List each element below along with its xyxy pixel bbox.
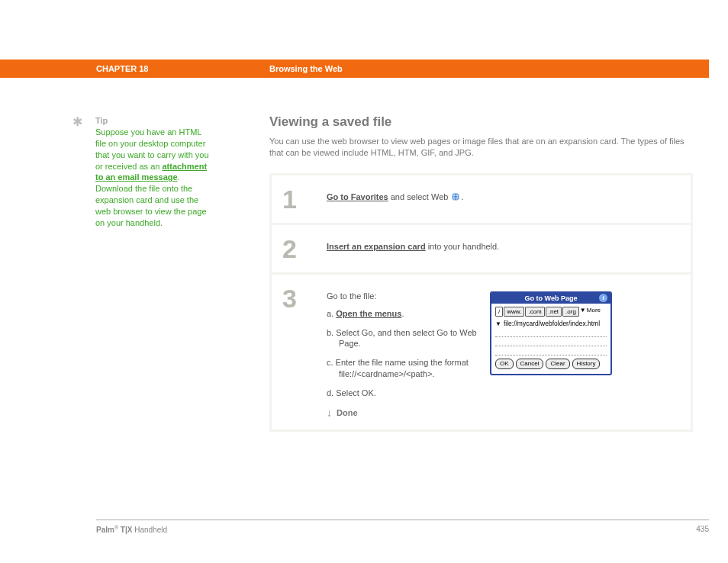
tab-www[interactable]: www. [504,307,524,317]
page-footer: Palm® T|X Handheld 435 [96,520,709,534]
tab-slash[interactable]: / [495,307,503,317]
cancel-button[interactable]: Cancel [516,359,544,369]
url-shortcut-tabs: / www. .com .net .org ▼ More [495,307,607,317]
step-number: 3 [279,285,327,311]
web-icon [450,192,461,203]
insert-expansion-card-link[interactable]: Insert an expansion card [327,242,426,251]
step-3-lead: Go to the file: [327,291,479,301]
tip-sidebar: ✱ Tip Suppose you have an HTML file on y… [72,116,221,229]
done-arrow-icon: ↓ [327,407,332,419]
ok-button[interactable]: OK [495,359,514,369]
open-the-menus-link[interactable]: Open the menus [336,309,401,318]
dialog-title-text: Go to Web Page [525,294,578,302]
done-indicator: ↓ Done [327,407,479,419]
step-3: 3 Go to the file: a. Open the menus. b. … [272,275,691,429]
section-title: Browsing the Web [269,64,343,73]
dropdown-arrow-icon[interactable]: ▼ [495,320,501,327]
step-1-text: and select Web [388,192,451,201]
step-1-content: Go to Favorites and select Web . [327,186,683,203]
history-button[interactable]: History [572,359,601,369]
step-2: 2 Insert an expansion card into your han… [272,225,691,272]
tab-more[interactable]: More [587,307,601,317]
product-name: Palm® T|X Handheld [96,525,167,534]
step-3d: d. Select OK. [327,388,479,399]
page-number: 435 [696,525,709,534]
steps-container: 1 Go to Favorites and select Web . 2 Ins… [269,173,693,432]
info-icon[interactable]: i [599,294,607,302]
page-intro: You can use the web browser to view web … [269,136,693,159]
input-line[interactable] [495,349,607,355]
step-number: 2 [279,236,327,262]
step-2-text: into your handheld. [426,242,500,251]
step-number: 1 [279,186,327,212]
dropdown-arrow-icon[interactable]: ▼ [580,307,586,317]
asterisk-icon: ✱ [72,114,82,129]
tip-body: Suppose you have an HTML file on your de… [95,127,214,229]
url-input[interactable]: file://mycard/webfolder/index.html [504,320,600,327]
step-2-content: Insert an expansion card into your handh… [327,236,683,251]
go-to-web-page-dialog: Go to Web Page i / www. .com .net .org ▼ [490,291,612,375]
input-line[interactable] [495,339,607,346]
dialog-button-row: OK Cancel Clear History [495,359,607,369]
main-content: Viewing a saved file You can use the web… [269,114,693,432]
dialog-body: / www. .com .net .org ▼ More ▼ file://my… [491,304,610,374]
svg-point-0 [452,193,459,201]
step-3b: b. Select Go, and then select Go to Web … [327,327,479,350]
step-1: 1 Go to Favorites and select Web . [272,175,691,223]
page-title: Viewing a saved file [269,114,693,130]
clear-button[interactable]: Clear [546,359,569,369]
url-input-row: ▼ file://mycard/webfolder/index.html [495,320,607,327]
tip-label: Tip [95,116,221,125]
chapter-header-bar: CHAPTER 18 Browsing the Web [0,60,709,78]
step-1-period: . [461,192,463,201]
tab-com[interactable]: .com [525,307,544,317]
step-3-text: Go to the file: a. Open the menus. b. Se… [327,291,479,419]
step-3-content: Go to the file: a. Open the menus. b. Se… [327,285,683,419]
go-to-favorites-link[interactable]: Go to Favorites [327,192,388,201]
step-3a: a. Open the menus. [327,308,479,320]
tab-net[interactable]: .net [546,307,562,317]
input-line[interactable] [495,330,607,337]
done-label: Done [337,408,358,417]
tab-org[interactable]: .org [562,307,579,317]
chapter-label: CHAPTER 18 [96,64,148,73]
step-3c: c. Enter the file name using the format … [327,357,479,380]
dialog-titlebar: Go to Web Page i [491,293,610,304]
